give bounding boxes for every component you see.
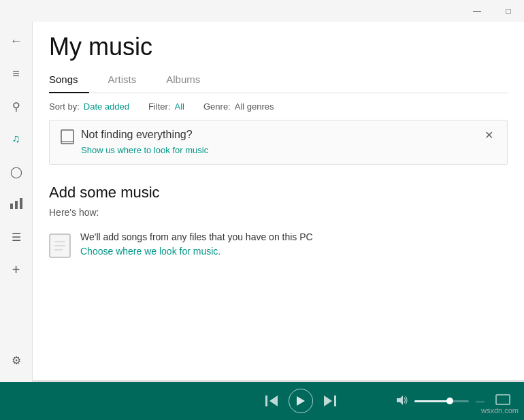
svg-rect-11 — [265, 395, 267, 406]
notice-banner: Not finding everything? Show us where to… — [49, 120, 508, 165]
svg-rect-2 — [20, 198, 22, 209]
add-music-item: We'll add songs from any files that you … — [49, 231, 508, 259]
previous-button[interactable] — [265, 395, 278, 406]
notice-text: Not finding everything? Show us where to… — [81, 129, 208, 156]
add-music-description: We'll add songs from any files that you … — [80, 231, 313, 242]
genre-label: Genre: — [203, 101, 231, 112]
filter-label: Filter: — [148, 101, 171, 112]
settings-icon: ⚙ — [12, 354, 21, 367]
genre-value[interactable]: All genres — [235, 101, 274, 112]
tablet-icon — [61, 129, 74, 148]
music-folder-icon — [49, 233, 71, 259]
sidebar-item-back[interactable]: ← — [0, 25, 33, 57]
volume-icon — [397, 395, 409, 407]
next-button[interactable] — [324, 395, 336, 406]
notice-content: Not finding everything? Show us where to… — [61, 129, 208, 156]
svg-marker-13 — [324, 395, 332, 406]
page-title: My music — [49, 33, 508, 61]
svg-rect-14 — [334, 395, 336, 406]
music-note-icon: ♫ — [12, 133, 20, 145]
sidebar-item-music[interactable]: ♫ — [0, 123, 33, 155]
svg-marker-12 — [297, 396, 305, 406]
play-button[interactable] — [289, 389, 313, 413]
clock-icon: ◯ — [10, 165, 22, 178]
volume-track[interactable] — [414, 400, 469, 402]
filter-bar: Sort by: Date added Filter: All Genre: A… — [33, 93, 524, 120]
main-content: My music Songs Artists Albums Sort by: D… — [33, 22, 524, 382]
add-music-desc-container: We'll add songs from any files that you … — [80, 231, 313, 257]
menu-icon: ≡ — [12, 67, 20, 81]
watermark: wsxdn.com — [481, 406, 519, 415]
notice-title: Not finding everything? — [81, 129, 208, 141]
page-header: My music Songs Artists Albums — [33, 22, 524, 93]
sidebar-item-menu[interactable]: ≡ — [0, 57, 33, 90]
sidebar: ← ≡ ⚲ ♫ ◯ ☰ + ⚙ — [0, 22, 33, 382]
progress-bar-container — [33, 380, 524, 382]
tab-albums[interactable]: Albums — [155, 67, 211, 93]
sidebar-item-settings[interactable]: ⚙ — [0, 344, 33, 376]
svg-marker-15 — [397, 395, 403, 405]
charts-icon — [10, 198, 22, 211]
sidebar-item-queue[interactable]: ☰ — [0, 221, 33, 253]
sidebar-item-charts[interactable] — [0, 188, 33, 221]
tab-songs[interactable]: Songs — [49, 67, 89, 93]
add-music-section: Add some music Here's how: We'll add — [33, 165, 524, 278]
notice-link[interactable]: Show us where to look for music — [81, 145, 208, 155]
player-bar: — — [0, 382, 524, 420]
search-icon: ⚲ — [12, 100, 20, 113]
sidebar-item-search[interactable]: ⚲ — [0, 90, 33, 123]
title-bar: — □ — [0, 0, 524, 22]
add-music-link[interactable]: Choose where we look for music. — [80, 246, 220, 257]
main-scroll: Sort by: Date added Filter: All Genre: A… — [33, 93, 524, 382]
add-icon: + — [12, 262, 20, 278]
player-controls — [206, 389, 397, 413]
volume-max-icon: — — [476, 396, 485, 406]
sort-by-label: Sort by: — [49, 101, 80, 112]
notice-close-button[interactable]: ✕ — [482, 129, 496, 142]
volume-thumb — [446, 398, 453, 404]
volume-fill — [414, 400, 450, 402]
add-music-title: Add some music — [49, 184, 508, 201]
queue-icon: ☰ — [12, 231, 21, 244]
screen-icon[interactable] — [495, 394, 510, 408]
add-music-subtitle: Here's how: — [49, 207, 508, 218]
app-body: ← ≡ ⚲ ♫ ◯ ☰ + ⚙ My music — [0, 22, 524, 382]
tabs: Songs Artists Albums — [49, 67, 508, 93]
tab-artists[interactable]: Artists — [97, 67, 148, 93]
player-right: — — [397, 394, 510, 408]
sidebar-item-add[interactable]: + — [0, 253, 33, 286]
maximize-button[interactable]: □ — [493, 0, 524, 22]
svg-rect-16 — [496, 395, 510, 404]
back-icon: ← — [10, 34, 22, 48]
svg-marker-10 — [269, 395, 278, 406]
sidebar-item-recent[interactable]: ◯ — [0, 155, 33, 188]
filter-value[interactable]: All — [175, 101, 184, 112]
svg-rect-0 — [10, 204, 13, 209]
minimize-button[interactable]: — — [461, 0, 493, 22]
sort-by-value[interactable]: Date added — [84, 101, 129, 112]
svg-rect-1 — [15, 201, 18, 209]
